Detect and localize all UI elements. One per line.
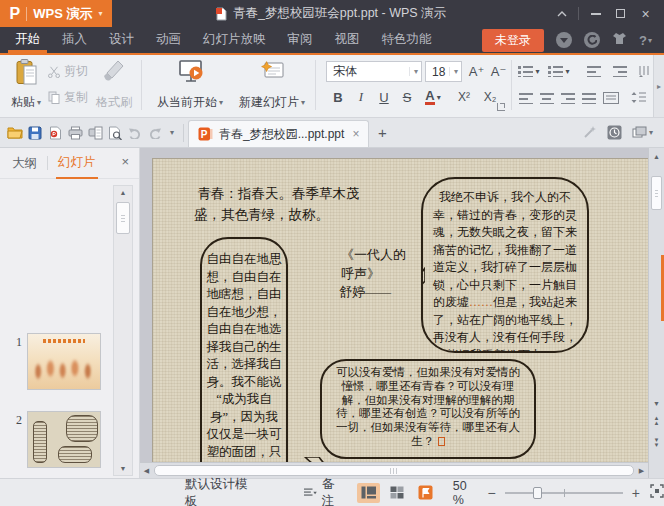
scroll-down-button[interactable]: ▼ xyxy=(649,396,664,410)
font-name-select[interactable]: 宋体 ▾ xyxy=(326,61,422,82)
left-speech-bubble[interactable]: 自由自在地思想，自由自在地瞎想，自由自在地少想，自由自在地选择我自己的生活，选择… xyxy=(200,237,288,462)
slides-tab[interactable]: 幻灯片 xyxy=(56,148,98,179)
tab-view[interactable]: 视图 xyxy=(324,27,371,53)
quote-author-textbox[interactable]: 舒婷—— xyxy=(339,283,391,301)
collapse-ribbon-button[interactable] xyxy=(549,0,574,27)
font-color-button[interactable]: A ▾ xyxy=(420,87,446,107)
superscript-button[interactable]: X² xyxy=(452,87,476,107)
tab-review[interactable]: 审阅 xyxy=(277,27,324,53)
print-preview-button[interactable] xyxy=(85,121,105,145)
play-circle-icon[interactable] xyxy=(556,32,572,48)
play-from-current-button[interactable]: 从当前开始▾ xyxy=(150,57,230,114)
strikethrough-button[interactable]: S xyxy=(397,87,417,107)
bullet-list-button[interactable]: ▾ xyxy=(517,62,541,80)
scroll-left-button[interactable]: ◀ xyxy=(140,467,153,475)
magic-wand-icon[interactable] xyxy=(582,125,597,140)
horizontal-scrollbar-thumb[interactable] xyxy=(154,465,634,476)
open-file-button[interactable] xyxy=(5,121,25,145)
copy-button[interactable]: 复制 xyxy=(48,89,88,106)
quote-title-textbox[interactable]: 《一代人的呼声》 xyxy=(341,245,407,283)
history-clock-icon[interactable] xyxy=(607,125,622,140)
vertical-scrollbar-thumb[interactable] xyxy=(651,176,662,210)
undo-button[interactable] xyxy=(125,121,145,145)
tab-insert[interactable]: 插入 xyxy=(51,27,98,53)
tab-animation[interactable]: 动画 xyxy=(145,27,192,53)
normal-view-button[interactable] xyxy=(357,483,380,503)
fit-slide-button[interactable] xyxy=(650,484,664,501)
slideshow-button[interactable] xyxy=(414,483,437,503)
font-dialog-launcher[interactable] xyxy=(497,103,505,111)
outline-tab[interactable]: 大纲 xyxy=(10,149,39,178)
align-right-button[interactable] xyxy=(558,89,577,107)
cut-button[interactable]: 剪切 xyxy=(48,63,88,80)
redo-button[interactable] xyxy=(145,121,165,145)
italic-button[interactable]: I xyxy=(351,87,371,107)
grow-font-button[interactable]: A⁺ xyxy=(466,61,487,82)
zoom-slider-handle[interactable] xyxy=(533,487,542,499)
scroll-up-button[interactable]: ▲ xyxy=(649,149,664,163)
wps-app-menu-button[interactable]: P WPS 演示 ▾ xyxy=(0,0,112,27)
close-tab-button[interactable]: × xyxy=(352,127,359,141)
slide-editor-canvas: 青春：指春天。春季草木茂盛，其色青绿，故称。 自由自在地思想，自由自在地瞎想，自… xyxy=(140,148,648,478)
new-tab-button[interactable]: + xyxy=(369,120,395,146)
previous-slide-button[interactable]: ▲ ▲ xyxy=(649,416,664,426)
left-bubble-text: 自由自在地思想，自由自在地瞎想，自由自在地少想，自由自在地选择我自己的生活，选择… xyxy=(207,252,282,462)
switch-window-button[interactable]: ▾ xyxy=(632,126,653,139)
text-direction-button[interactable] xyxy=(636,62,654,80)
underline-button[interactable]: U xyxy=(374,87,394,107)
slide-sorter-view-button[interactable] xyxy=(386,483,409,503)
design-template-button[interactable]: 默认设计模板 xyxy=(185,476,250,506)
format-painter-button[interactable]: 格式刷 xyxy=(92,57,136,114)
increase-indent-button[interactable] xyxy=(610,62,630,80)
customize-toolbar-button[interactable]: ▾ xyxy=(165,121,179,145)
zoom-slider[interactable] xyxy=(505,492,623,494)
shrink-font-button[interactable]: A⁻ xyxy=(488,61,509,82)
align-left-button[interactable] xyxy=(516,89,535,107)
task-panel-collapsed-strip[interactable]: ▸ xyxy=(653,55,664,117)
bold-button[interactable]: B xyxy=(328,87,348,107)
definition-textbox[interactable]: 青春：指春天。春季草木茂盛，其色青绿，故称。 xyxy=(194,183,380,225)
font-size-select[interactable]: 18 ▾ xyxy=(425,61,462,82)
wps-cloud-icon[interactable] xyxy=(584,32,600,48)
right-speech-bubble[interactable]: 我绝不申诉，我个人的不幸，错过的青春，变形的灵魂，无数失眠之夜，留下来痛苦的记忆… xyxy=(421,177,589,353)
bottom-speech-bubble[interactable]: 可以没有爱情，但如果没有对爱情的憧憬，哪里还有青春？可以没有理解，但如果没有对理… xyxy=(320,359,536,459)
save-button[interactable] xyxy=(25,121,45,145)
tab-slideshow[interactable]: 幻灯片放映 xyxy=(192,27,277,53)
print-button[interactable] xyxy=(65,121,85,145)
tab-design[interactable]: 设计 xyxy=(98,27,145,53)
normal-view-icon xyxy=(361,486,376,499)
scroll-up-button[interactable]: ▲ xyxy=(114,186,132,199)
minimize-button[interactable] xyxy=(583,0,608,27)
panel-scrollbar[interactable]: ▲ ▼ xyxy=(113,185,133,476)
document-tab[interactable]: P 青春_梦想校园...ppt.ppt × xyxy=(188,120,369,147)
distribute-text-button[interactable] xyxy=(600,89,622,107)
maximize-button[interactable] xyxy=(608,0,633,27)
tab-home[interactable]: 开始 xyxy=(4,27,51,53)
tab-special-features[interactable]: 特色功能 xyxy=(371,27,443,53)
help-button[interactable]: ? ▾ xyxy=(639,33,652,48)
file-preview-button[interactable] xyxy=(105,121,125,145)
zoom-in-button[interactable]: + xyxy=(632,485,640,501)
scroll-right-button[interactable]: ▶ xyxy=(635,467,648,475)
line-spacing-button[interactable] xyxy=(628,89,650,107)
slide[interactable]: 青春：指春天。春季草木茂盛，其色青绿，故称。 自由自在地思想，自由自在地瞎想，自… xyxy=(152,158,648,462)
new-slide-button[interactable]: 新建幻灯片▾ xyxy=(234,57,310,114)
align-center-button[interactable] xyxy=(537,89,556,107)
slide-1-thumbnail[interactable] xyxy=(27,333,101,390)
decrease-indent-button[interactable] xyxy=(584,62,604,80)
slide-thumbnail-row: 2 xyxy=(0,411,112,473)
close-panel-button[interactable]: × xyxy=(121,154,129,169)
skin-tshirt-icon[interactable] xyxy=(612,32,627,48)
justify-button[interactable] xyxy=(579,89,598,107)
panel-scrollbar-thumb[interactable] xyxy=(116,202,130,234)
next-slide-button[interactable]: ▼ ▼ xyxy=(649,438,664,448)
close-window-button[interactable]: × xyxy=(633,0,658,27)
zoom-out-button[interactable]: − xyxy=(488,485,496,501)
login-button[interactable]: 未登录 xyxy=(482,29,544,52)
paste-button[interactable]: 粘贴▾ xyxy=(6,57,46,114)
export-pdf-button[interactable] xyxy=(45,121,65,145)
slide-2-thumbnail[interactable] xyxy=(27,411,101,468)
scroll-down-button[interactable]: ▼ xyxy=(114,462,132,475)
notes-button[interactable]: 备注 xyxy=(304,476,343,506)
numbered-list-button[interactable]: ▾ xyxy=(547,62,571,80)
